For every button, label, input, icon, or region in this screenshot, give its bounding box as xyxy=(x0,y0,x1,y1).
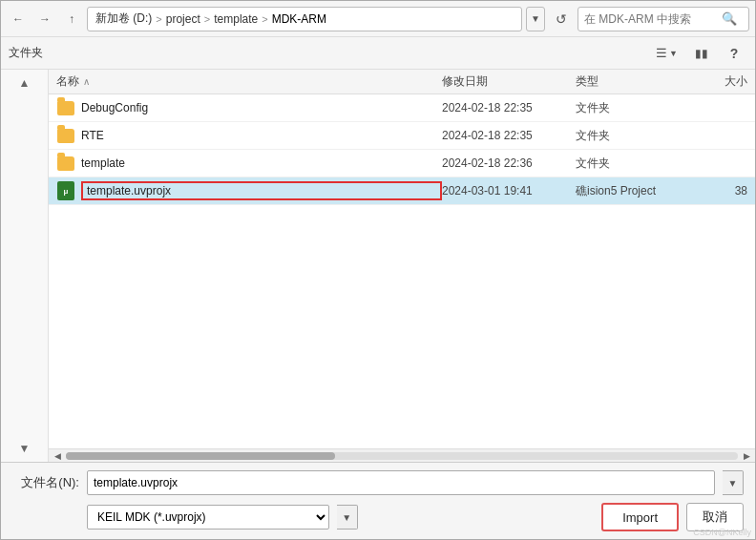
breadcrumb-template[interactable]: template xyxy=(214,12,258,26)
folder-icon xyxy=(56,154,75,173)
view-dropdown-arrow: ▼ xyxy=(669,49,678,58)
watermark: CSDN@NKelly xyxy=(693,528,751,537)
pane-button[interactable]: ▮▮ xyxy=(688,41,715,66)
breadcrumb-dropdown-button[interactable]: ▼ xyxy=(526,7,545,31)
file-list-header: 名称 ∧ 修改日期 类型 大小 xyxy=(49,70,755,94)
scroll-left-button[interactable]: ◀ xyxy=(51,450,64,462)
file-type-1: 文件夹 xyxy=(576,128,700,144)
file-date-2: 2024-02-18 22:36 xyxy=(442,156,576,170)
file-name-0: DebugConfig xyxy=(81,101,442,114)
file-list-area: 名称 ∧ 修改日期 类型 大小 DebugConfig 2024-02-18 2… xyxy=(49,70,755,462)
toolbar: 文件夹 ☰ ▼ ▮▮ ? xyxy=(1,37,755,70)
svg-text:μ: μ xyxy=(64,187,69,196)
filename-input[interactable] xyxy=(87,470,715,495)
sort-arrow-name: ∧ xyxy=(83,76,90,87)
table-row[interactable]: template 2024-02-18 22:36 文件夹 xyxy=(49,150,755,177)
file-date-0: 2024-02-18 22:35 xyxy=(442,101,576,114)
address-bar: ← → ↑ 新加卷 (D:) > project > template > MD… xyxy=(1,1,755,37)
up-button[interactable]: ↑ xyxy=(60,8,83,31)
view-button[interactable]: ☰ ▼ xyxy=(651,41,682,66)
nav-down-arrow[interactable]: ▼ xyxy=(10,439,39,458)
table-row[interactable]: RTE 2024-02-18 22:35 文件夹 xyxy=(49,122,755,150)
horizontal-scrollbar: ◀ ▶ xyxy=(49,448,755,462)
file-type-0: 文件夹 xyxy=(576,100,700,116)
nav-up-arrow[interactable]: ▲ xyxy=(10,73,39,93)
breadcrumb-bar: 新加卷 (D:) > project > template > MDK-ARM xyxy=(87,7,522,31)
file-size-3: 38 xyxy=(700,184,747,197)
breadcrumb-drive[interactable]: 新加卷 (D:) xyxy=(95,10,152,27)
filename-dropdown-button[interactable]: ▼ xyxy=(723,470,744,495)
breadcrumb-sep-3: > xyxy=(262,13,267,25)
back-button[interactable]: ← xyxy=(7,8,30,31)
view-icon: ☰ xyxy=(656,46,667,60)
col-date-header[interactable]: 修改日期 xyxy=(442,73,576,90)
file-type-2: 文件夹 xyxy=(576,156,700,172)
table-row[interactable]: μ template.uvprojx 2024-03-01 19:41 礁isi… xyxy=(49,177,755,205)
file-type-3: 礁ision5 Project xyxy=(576,183,700,199)
file-name-2: template xyxy=(81,156,442,170)
filetype-row: KEIL MDK (*.uvprojx) ▼ Import 取消 xyxy=(12,503,744,531)
import-button[interactable]: Import xyxy=(601,503,679,531)
bottom-bar: 文件名(N): ▼ KEIL MDK (*.uvprojx) ▼ Import … xyxy=(1,462,755,539)
breadcrumb-project[interactable]: project xyxy=(166,12,200,26)
col-name-header[interactable]: 名称 ∧ xyxy=(56,73,442,90)
file-date-1: 2024-02-18 22:35 xyxy=(442,129,576,142)
new-folder-label: 文件夹 xyxy=(9,45,43,61)
refresh-button[interactable]: ↺ xyxy=(549,7,574,31)
filename-row: 文件名(N): ▼ xyxy=(12,470,744,495)
file-dialog: ← → ↑ 新加卷 (D:) > project > template > MD… xyxy=(0,0,756,540)
folder-icon xyxy=(56,126,75,145)
scroll-track xyxy=(66,452,738,460)
uvprojx-icon: μ xyxy=(56,181,75,200)
breadcrumb-sep-1: > xyxy=(156,13,161,25)
main-content: ▲ ▼ 名称 ∧ 修改日期 类型 大小 xyxy=(1,70,755,462)
filename-label: 文件名(N): xyxy=(12,474,79,491)
col-type-header[interactable]: 类型 xyxy=(576,73,700,90)
scroll-right-button[interactable]: ▶ xyxy=(740,450,753,462)
filetype-select[interactable]: KEIL MDK (*.uvprojx) xyxy=(87,505,329,530)
nav-panel: ▲ ▼ xyxy=(1,70,49,462)
file-name-1: RTE xyxy=(81,129,442,142)
breadcrumb-current: MDK-ARM xyxy=(272,12,326,26)
folder-icon xyxy=(56,98,75,117)
help-button[interactable]: ? xyxy=(721,41,747,66)
breadcrumb-sep-2: > xyxy=(204,13,210,25)
search-input[interactable] xyxy=(584,12,718,26)
scroll-thumb[interactable] xyxy=(66,452,335,460)
forward-button[interactable]: → xyxy=(33,8,56,31)
table-row[interactable]: DebugConfig 2024-02-18 22:35 文件夹 xyxy=(49,94,755,122)
filetype-dropdown-button[interactable]: ▼ xyxy=(337,505,358,530)
search-box: 🔍 xyxy=(578,7,749,31)
search-icon: 🔍 xyxy=(722,11,737,26)
file-list: DebugConfig 2024-02-18 22:35 文件夹 RTE 202… xyxy=(49,94,755,448)
file-date-3: 2024-03-01 19:41 xyxy=(442,184,576,197)
file-name-3: template.uvprojx xyxy=(81,181,442,200)
col-size-header[interactable]: 大小 xyxy=(700,73,747,90)
